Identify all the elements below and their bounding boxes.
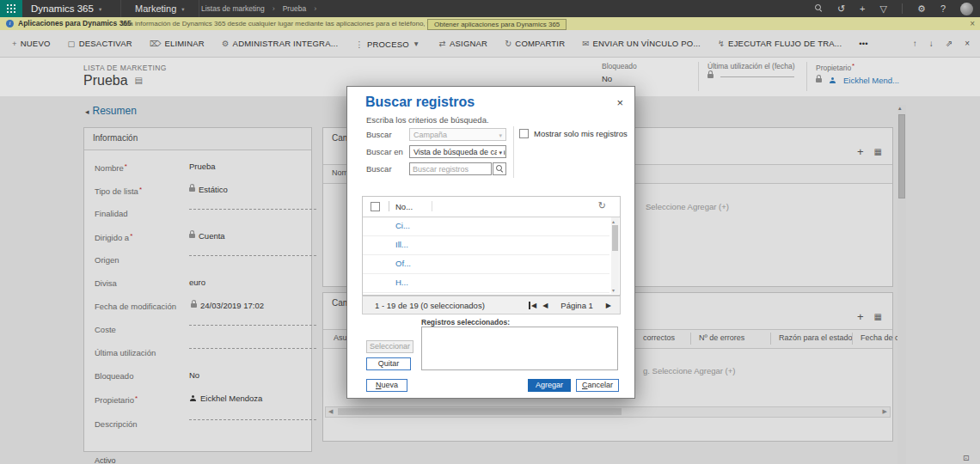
page-number-label: Página 1 <box>560 301 593 310</box>
refresh-icon[interactable]: ↻ <box>598 200 606 211</box>
grid-row[interactable]: Ill... <box>363 235 609 255</box>
select-all-checkbox[interactable] <box>371 202 380 211</box>
column-divider <box>432 201 432 211</box>
dialog-title: Buscar registros <box>365 95 475 110</box>
look-in-label: Buscar en <box>366 147 403 156</box>
scroll-down-icon[interactable]: ▾ <box>612 287 615 293</box>
pager: ◀ ◀ Página 1 ▶ <box>529 301 611 310</box>
record-count-label: 1 - 19 de 19 (0 seleccionados) <box>375 301 529 310</box>
grid-row[interactable]: H... <box>363 273 609 293</box>
grid-status-bar: 1 - 19 de 19 (0 seleccionados) ◀ ◀ Págin… <box>362 296 621 314</box>
results-grid: No... ↻ Ci... Ill... Of... H... ▴ ▾ <box>362 196 621 296</box>
search-button[interactable] <box>493 162 506 175</box>
select-button: Seleccionar <box>366 340 413 353</box>
column-header-name[interactable]: No... <box>395 202 413 211</box>
scrollbar-thumb[interactable] <box>612 225 618 251</box>
grid-row[interactable]: Of... <box>363 254 609 274</box>
show-only-mine-row: Mostrar solo mis registros <box>519 129 628 138</box>
grid-row[interactable]: Ci... <box>363 217 609 236</box>
view-select[interactable]: Vista de búsqueda de camp▾ <box>409 145 506 158</box>
next-page-icon[interactable]: ▶ <box>606 302 611 309</box>
grid-header-row: No... ↻ <box>363 197 620 217</box>
new-button[interactable]: Nueva <box>366 379 407 392</box>
show-only-mine-label: Mostrar solo mis registros <box>534 129 628 138</box>
selected-records-label: Registros seleccionados: <box>421 318 510 327</box>
divider <box>513 126 514 178</box>
show-only-mine-checkbox[interactable] <box>519 129 529 138</box>
search-input[interactable] <box>409 162 492 175</box>
magnifier-glyph <box>496 165 504 173</box>
chevron-down-icon: ▾ <box>497 146 504 158</box>
dialog-subtitle: Escriba los criterios de búsqueda. <box>366 115 489 125</box>
remove-button[interactable]: Quitar <box>366 357 411 370</box>
first-page-icon[interactable]: ◀ <box>529 302 536 309</box>
lookup-records-dialog: Buscar registros × Escriba los criterios… <box>346 86 635 399</box>
grid-scrollbar[interactable]: ▴ ▾ <box>611 217 619 294</box>
column-divider <box>389 201 389 211</box>
app-window: Dynamics 365▾ Marketing▾ Listas de marke… <box>0 0 980 464</box>
search-label: Buscar <box>366 164 392 174</box>
dialog-close-icon[interactable]: × <box>616 96 623 109</box>
scroll-up-icon[interactable]: ▴ <box>612 218 615 224</box>
chevron-down-icon: ▾ <box>497 129 504 141</box>
previous-page-icon[interactable]: ◀ <box>542 302 548 309</box>
look-for-label: Buscar <box>366 130 392 139</box>
selected-records-box[interactable] <box>421 327 618 370</box>
add-button[interactable]: Agregar <box>528 379 571 392</box>
cancel-button[interactable]: Cancelar <box>576 379 619 392</box>
entity-type-select: Campaña▾ <box>409 128 506 141</box>
